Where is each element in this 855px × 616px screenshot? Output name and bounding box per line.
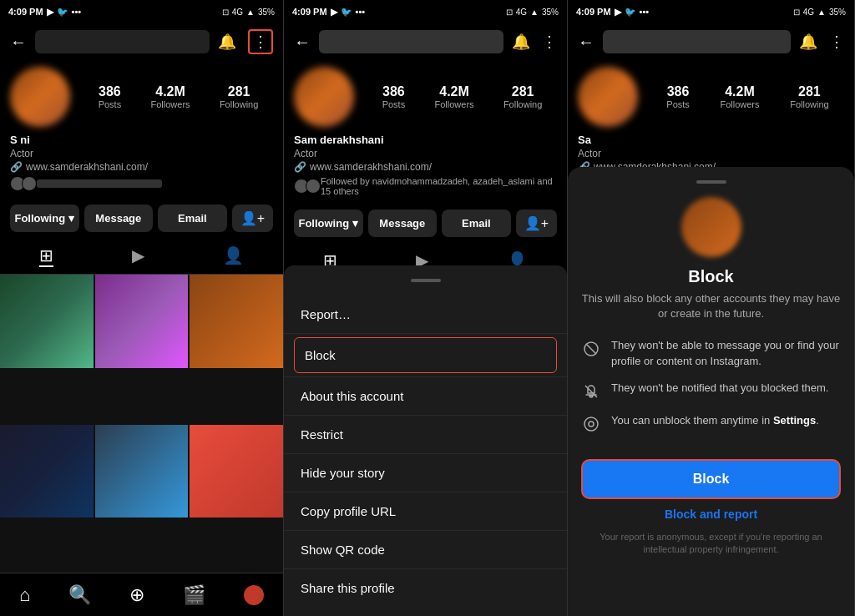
add-icon-1[interactable]: ⊕ (129, 584, 144, 606)
link-icon-2: 🔗 (294, 161, 306, 173)
grid-item-2[interactable] (95, 275, 189, 368)
followers-label-3: Followers (720, 99, 759, 109)
profile-icon-1[interactable] (244, 585, 264, 605)
dropdown-menu-2: Report… Block About this account Restric… (284, 265, 567, 616)
posts-label-3: Posts (666, 99, 690, 109)
following-label-btn-2: Following (298, 217, 349, 230)
grid-item-3[interactable] (190, 275, 283, 368)
profile-name-2: Sam derakhshani (294, 134, 557, 146)
message-button-2[interactable]: Message (368, 210, 438, 237)
followers-stat-2[interactable]: 4.2M Followers (434, 84, 473, 109)
profile-area-1: 386 Posts 4.2M Followers 281 Following S… (0, 60, 283, 198)
followed-avatars-1 (10, 176, 33, 191)
status-time-3: 4:09 PM ▶ 🐦 ••• (576, 7, 649, 18)
unblock-settings-icon (581, 414, 601, 434)
following-label-btn-1: Following (14, 212, 65, 225)
follower-avatar-2b (306, 179, 321, 194)
stats-row-3: 386 Posts 4.2M Followers 281 Following (651, 84, 844, 109)
more-button-3[interactable]: ⋮ (829, 33, 844, 51)
block-dialog-title: Block (581, 267, 841, 286)
following-stat-2[interactable]: 281 Following (503, 84, 542, 109)
menu-item-copy-url[interactable]: Copy profile URL (284, 492, 567, 531)
email-button-1[interactable]: Email (158, 204, 227, 232)
posts-count-2: 386 (382, 84, 405, 99)
menu-item-hide-story[interactable]: Hide your story (284, 454, 567, 492)
profile-bio-3: Actor (578, 148, 844, 159)
following-stat-1[interactable]: 281 Following (220, 84, 258, 109)
drag-handle-2[interactable] (411, 279, 441, 282)
tw-icon-2: 🐦 (341, 7, 352, 18)
back-button-1[interactable]: ← (10, 33, 27, 52)
menu-item-share[interactable]: Share this profile (284, 569, 567, 607)
message-button-1[interactable]: Message (84, 204, 154, 232)
add-person-button-2[interactable]: 👤+ (516, 210, 557, 237)
avatar-3 (578, 67, 638, 127)
following-button-2[interactable]: Following ▾ (294, 210, 363, 237)
svg-line-1 (586, 344, 596, 354)
profile-name-3: Sa (578, 134, 844, 146)
block-info-text-3: You can unblock them anytime in Settings… (611, 413, 819, 428)
screen-icon: ⊡ (222, 8, 229, 17)
signal-icon-3: 4G (803, 8, 814, 17)
followers-stat-3[interactable]: 4.2M Followers (720, 84, 759, 109)
followed-by-text-2: Followed by navidmohammadzadeh, azadeh_a… (321, 176, 557, 196)
back-button-3[interactable]: ← (578, 33, 594, 52)
status-icons-3: ⊡ 4G ▲ 35% (793, 8, 846, 17)
wifi-icon-2: ▲ (530, 8, 539, 17)
menu-item-block[interactable]: Block (294, 337, 557, 373)
tab-grid-icon-1[interactable]: ⊞ (39, 245, 53, 267)
menu-item-restrict[interactable]: Restrict (284, 416, 567, 454)
block-dialog-handle[interactable] (696, 180, 726, 184)
menu-item-report[interactable]: Report… (284, 295, 567, 334)
username-bar-3 (603, 30, 791, 53)
followers-count-1: 4.2M (155, 84, 185, 99)
home-icon-1[interactable]: ⌂ (19, 584, 30, 606)
posts-count-1: 386 (99, 84, 121, 99)
notification-icon-3[interactable]: 🔔 (799, 33, 817, 51)
profile-bio-2: Actor (294, 148, 557, 159)
profile-link-2[interactable]: 🔗 www.samderakhshani.com/ (294, 161, 557, 173)
menu-item-about[interactable]: About this account (284, 377, 567, 416)
profile-link-1[interactable]: 🔗 www.samderakhshani.com/ (10, 161, 273, 173)
info3-link: Settings (773, 414, 816, 427)
following-button-1[interactable]: Following ▾ (10, 204, 79, 232)
following-stat-3[interactable]: 281 Following (790, 84, 828, 109)
block-disclaimer: Your report is anonymous, except if you'… (581, 531, 841, 557)
reels-icon-1[interactable]: 🎬 (183, 584, 205, 606)
twitter-icon: 🐦 (57, 7, 68, 18)
notification-icon-2[interactable]: 🔔 (512, 33, 530, 51)
search-icon-1[interactable]: 🔍 (68, 584, 91, 606)
grid-item-4[interactable] (0, 425, 94, 518)
followed-by-2: Followed by navidmohammadzadeh, azadeh_a… (294, 176, 557, 196)
stats-row-2: 386 Posts 4.2M Followers 281 Following (367, 84, 557, 109)
menu-item-qr[interactable]: Show QR code (284, 531, 567, 569)
posts-label-2: Posts (382, 99, 406, 109)
block-confirm-button[interactable]: Block (581, 459, 841, 499)
grid-item-1[interactable] (0, 275, 94, 368)
tab-tagged-icon-1[interactable]: 👤 (223, 245, 244, 267)
screen-icon-3: ⊡ (793, 8, 800, 17)
block-info-text-2: They won't be notified that you blocked … (611, 381, 828, 396)
posts-stat-2[interactable]: 386 Posts (382, 84, 406, 109)
add-person-button-1[interactable]: 👤+ (232, 204, 273, 232)
grid-item-6[interactable] (190, 425, 283, 518)
profile-top-1: 386 Posts 4.2M Followers 281 Following (10, 67, 273, 127)
tab-reels-icon-1[interactable]: ▶ (132, 245, 144, 267)
nav-icons-3: 🔔 ⋮ (799, 33, 844, 51)
grid-item-5[interactable] (95, 425, 189, 518)
more-button-1[interactable]: ⋮ (248, 29, 273, 54)
link-icon-1: 🔗 (10, 161, 23, 173)
posts-stat-3[interactable]: 386 Posts (666, 84, 690, 109)
block-and-report-button[interactable]: Block and report (581, 507, 841, 521)
block-info-2: They won't be notified that you blocked … (581, 381, 841, 401)
email-button-2[interactable]: Email (442, 210, 511, 237)
status-icons-1: ⊡ 4G ▲ 35% (222, 8, 275, 17)
posts-stat-1[interactable]: 386 Posts (99, 84, 122, 109)
followers-stat-1[interactable]: 4.2M Followers (150, 84, 190, 109)
more-button-2[interactable]: ⋮ (542, 33, 557, 51)
username-bar-2 (319, 30, 503, 53)
notification-icon-1[interactable]: 🔔 (218, 33, 236, 51)
status-time-1: 4:09 PM ▶ 🐦 ••• (8, 7, 81, 18)
block-info-text-1: They won't be able to message you or fin… (611, 338, 841, 368)
back-button-2[interactable]: ← (294, 33, 311, 52)
